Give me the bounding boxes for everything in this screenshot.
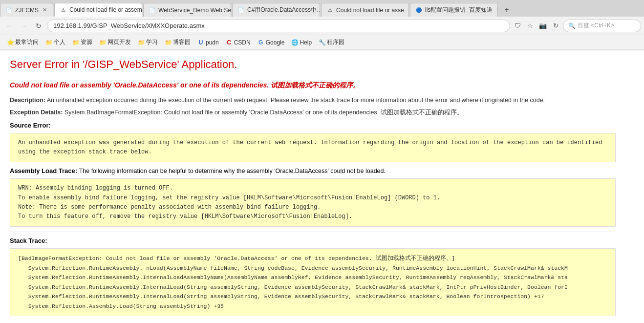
browser-chrome: 📄 ZJECMS ✕ ⚠ Could not load file or asse… <box>0 0 644 50</box>
tab-csharp-oracle[interactable]: 📄 C#用Oracle.DataAccess中… ✕ <box>232 3 320 17</box>
tab-favicon-2: ⚠ <box>60 6 66 13</box>
description-text: An unhandled exception occurred during t… <box>47 97 545 104</box>
stack-trace-label: Stack Trace: <box>10 232 616 244</box>
bookmark-icon-zuichang: ⭐ <box>7 39 14 46</box>
exception-text: System.BadImageFormatException: Could no… <box>64 109 463 116</box>
source-error-code: An unhandled exception was generated dur… <box>10 133 616 162</box>
bookmark-star-icon[interactable]: ☆ <box>525 21 536 31</box>
bookmark-label-chengyuyuan: 程序园 <box>327 38 344 46</box>
bookmark-label-csdn: CSDN <box>234 39 251 46</box>
bookmark-label-zuichang: 最常访问 <box>15 38 39 46</box>
assembly-load-text: The following information can be helpful… <box>79 168 386 174</box>
address-icons: 🛡 ☆ 📷 <box>512 21 548 31</box>
stack-trace-code: [BadImageFormatException: Could not load… <box>10 248 616 316</box>
bookmark-icon-csdn: C <box>226 39 233 46</box>
shield-icon: 🛡 <box>512 21 523 31</box>
tab-could-not-load[interactable]: ⚠ Could not load file or assembl ✕ <box>54 3 142 17</box>
bookmark-icon-help: 🌐 <box>291 39 298 46</box>
tab-close-5[interactable]: ✕ <box>407 6 409 14</box>
bookmark-icon-xuexi: 📁 <box>138 39 145 46</box>
bookmark-bokeyuan[interactable]: 📁 博客园 <box>162 37 193 47</box>
page-title: Server Error in '/GISP_WebService' Appli… <box>10 58 616 75</box>
bookmark-icon-webdev: 📁 <box>99 39 106 46</box>
bookmark-xuexi[interactable]: 📁 学习 <box>135 37 161 47</box>
description-section: Description: An unhandled exception occu… <box>10 97 616 104</box>
bookmark-icon-chengyuyuan: 🔧 <box>319 39 325 46</box>
tab-favicon-1: 📄 <box>5 7 12 14</box>
new-tab-button[interactable]: + <box>500 3 514 17</box>
bookmark-icon-ziyuan: 📁 <box>72 39 79 46</box>
exception-label: Exception Details: <box>10 109 63 116</box>
bookmark-label-webdev: 网页开发 <box>107 38 131 46</box>
bookmark-icon-pudn: U <box>197 39 204 46</box>
bookmark-icon-geren: 📁 <box>45 39 52 46</box>
tab-label-3: WebService_Demo Web Servic <box>158 7 231 14</box>
search-icon: 🔍 <box>568 22 576 29</box>
address-input[interactable] <box>47 20 510 32</box>
page-content: Server Error in '/GISP_WebService' Appli… <box>0 50 625 323</box>
tab-close-1[interactable]: ✕ <box>42 6 48 14</box>
tab-close-6[interactable]: ✕ <box>495 6 498 14</box>
bookmark-label-xuexi: 学习 <box>146 38 158 46</box>
tab-label-2: Could not load file or assembl <box>69 6 142 13</box>
bookmarks-bar: ⭐ 最常访问 📁 个人 📁 资源 📁 网页开发 📁 学习 📁 博客园 U pud… <box>0 35 644 50</box>
bookmark-ziyuan[interactable]: 📁 资源 <box>69 37 95 47</box>
tab-bar: 📄 ZJECMS ✕ ⚠ Could not load file or asse… <box>0 0 644 17</box>
bookmark-help[interactable]: 🌐 Help <box>288 38 315 47</box>
screenshot-icon[interactable]: 📷 <box>537 21 548 31</box>
assembly-code: WRN: Assembly binding logging is turned … <box>10 178 616 227</box>
bookmark-label-pudn: pudn <box>206 39 219 46</box>
bookmark-webdev[interactable]: 📁 网页开发 <box>96 37 134 47</box>
tab-zjecms[interactable]: 📄 ZJECMS ✕ <box>0 3 53 17</box>
tab-label-4: C#用Oracle.DataAccess中… <box>247 6 320 14</box>
tab-label-1: ZJECMS <box>15 7 39 14</box>
tab-favicon-4: 📄 <box>237 7 244 14</box>
refresh-button[interactable]: ↻ <box>32 20 45 32</box>
bookmark-geren[interactable]: 📁 个人 <box>43 37 68 47</box>
tab-iis[interactable]: 🔵 iis配置问题报错_百度知道 ✕ <box>410 3 498 17</box>
bookmark-icon-google: G <box>258 39 264 46</box>
tab-label-6: iis配置问题报错_百度知道 <box>425 6 493 14</box>
bookmark-chengyuyuan[interactable]: 🔧 程序园 <box>316 37 347 47</box>
bookmark-google[interactable]: G Google <box>255 38 288 47</box>
tab-could-not-load-2[interactable]: ⚠ Could not load file or asse ✕ <box>321 3 409 17</box>
bookmark-zuichang[interactable]: ⭐ 最常访问 <box>4 37 42 47</box>
bookmark-label-help: Help <box>300 39 312 46</box>
tab-favicon-6: 🔵 <box>415 7 422 14</box>
bookmark-label-geren: 个人 <box>54 38 65 46</box>
reload-icon[interactable]: ↻ <box>550 21 561 31</box>
search-box[interactable]: 🔍 百度 <Ctrl+K> <box>563 20 641 32</box>
tab-webservice-demo[interactable]: 📄 WebService_Demo Web Servic ✕ <box>143 3 231 17</box>
search-placeholder: 百度 <Ctrl+K> <box>578 22 614 30</box>
bookmark-icon-bokeyuan: 📁 <box>165 39 172 46</box>
tab-favicon-3: 📄 <box>149 7 155 14</box>
tab-favicon-5: ⚠ <box>326 7 333 14</box>
bookmark-csdn[interactable]: C CSDN <box>223 38 254 47</box>
bookmark-label-ziyuan: 资源 <box>81 38 92 46</box>
assembly-load-label: Assembly Load Trace: The following infor… <box>10 167 616 174</box>
bookmark-label-google: Google <box>266 39 285 46</box>
exception-section: Exception Details: System.BadImageFormat… <box>10 108 616 117</box>
bookmark-label-bokeyuan: 博客园 <box>173 38 191 46</box>
description-label: Description: <box>10 97 45 104</box>
forward-button[interactable]: → <box>18 20 30 32</box>
back-button[interactable]: ← <box>3 20 16 32</box>
tab-label-5: Could not load file or asse <box>336 7 404 14</box>
address-bar: ← → ↻ 🛡 ☆ 📷 ↻ 🔍 百度 <Ctrl+K> <box>0 17 644 35</box>
error-heading: Could not load file or assembly 'Oracle.… <box>10 81 616 90</box>
source-error-label: Source Error: <box>10 122 616 129</box>
bookmark-pudn[interactable]: U pudn <box>194 38 222 47</box>
